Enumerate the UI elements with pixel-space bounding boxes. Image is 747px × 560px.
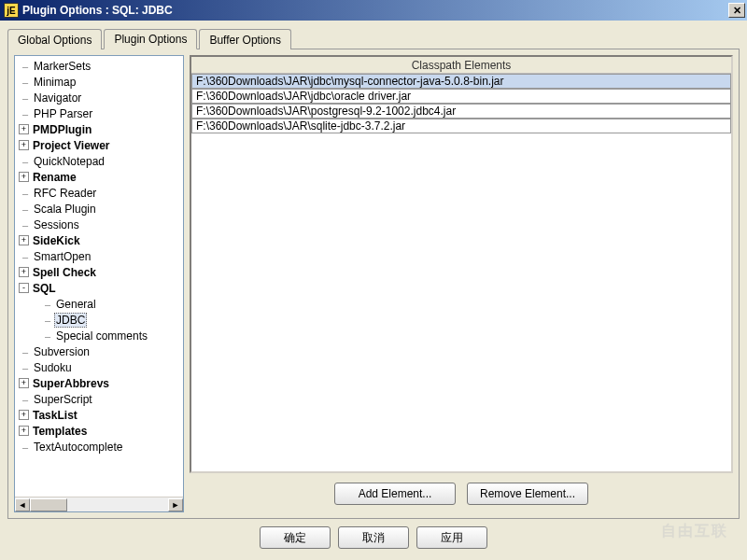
classpath-body[interactable]: F:\360Downloads\JAR\jdbc\mysql-connector… [191, 74, 731, 471]
tree-item-special-comments[interactable]: –Special comments [15, 328, 183, 343]
classpath-list: Classpath Elements F:\360Downloads\JAR\j… [190, 55, 733, 473]
tree-item-pmdplugin[interactable]: +PMDPlugin [15, 121, 183, 137]
tab-global-options[interactable]: Global Options [7, 29, 102, 49]
tree-item-label: TaskList [31, 409, 79, 422]
classpath-row[interactable]: F:\360Downloads\JAR\jdbc\oracle driver.j… [191, 89, 731, 104]
tree-item-sidekick[interactable]: +SideKick [15, 232, 183, 248]
tree-branch-icon: – [19, 219, 32, 231]
tree-item-label: Special comments [54, 329, 149, 343]
tree-item-sql[interactable]: -SQL [15, 280, 183, 296]
scroll-track[interactable] [30, 498, 168, 511]
scroll-left-arrow[interactable]: ◄ [15, 498, 30, 511]
collapse-icon[interactable]: - [19, 283, 29, 293]
add-element-button[interactable]: Add Element... [334, 483, 456, 505]
tree-branch-icon: – [19, 156, 32, 167]
tree-item-project-viewer[interactable]: +Project Viewer [15, 137, 183, 153]
tree-item-superscript[interactable]: –SuperScript [15, 391, 183, 407]
tree-item-label: QuickNotepad [32, 155, 106, 168]
tree-branch-icon: – [19, 77, 32, 88]
tree-item-label: Minimap [32, 76, 78, 89]
tree-item-label: Sessions [32, 218, 81, 231]
expand-icon[interactable]: + [19, 426, 29, 436]
tree-item-subversion[interactable]: –Subversion [15, 343, 183, 359]
tab-label: Plugin Options [114, 33, 187, 46]
right-panel: Classpath Elements F:\360Downloads\JAR\j… [190, 55, 733, 512]
ok-button[interactable]: 确定 [260, 526, 331, 549]
tree-item-general[interactable]: –General [15, 296, 183, 312]
tree-branch-icon: – [19, 394, 32, 405]
tree-item-rfc-reader[interactable]: –RFC Reader [15, 185, 183, 201]
tree-branch-icon: – [41, 315, 54, 326]
tree-branch-icon: – [19, 188, 32, 199]
tree-item-templates[interactable]: +Templates [15, 423, 183, 439]
tree-item-label: MarkerSets [32, 60, 92, 73]
tree-item-label: PMDPlugin [31, 123, 93, 136]
tree-body[interactable]: –MarkerSets–Minimap–Navigator–PHP Parser… [15, 56, 183, 497]
tree-item-php-parser[interactable]: –PHP Parser [15, 105, 183, 121]
tree-item-label: Subversion [32, 345, 92, 358]
dialog-button-row: 确定 取消 应用 [7, 519, 740, 553]
tree-item-label: SideKick [31, 234, 82, 247]
titlebar: jE Plugin Options : SQL: JDBC ✕ [0, 0, 747, 21]
tree-item-sudoku[interactable]: –Sudoku [15, 359, 183, 375]
classpath-row[interactable]: F:\360Downloads\JAR\postgresql-9.2-1002.… [191, 104, 731, 119]
tree-item-label: JDBC [54, 313, 87, 328]
expand-icon[interactable]: + [19, 267, 29, 277]
expand-icon[interactable]: + [19, 124, 29, 134]
element-button-row: Add Element... Remove Element... [190, 479, 733, 512]
tree-item-label: Templates [31, 425, 89, 438]
expand-icon[interactable]: + [19, 378, 29, 388]
tree-item-label: PHP Parser [32, 107, 94, 120]
expand-icon[interactable]: + [19, 235, 29, 245]
tree-branch-icon: – [19, 203, 32, 215]
scroll-right-arrow[interactable]: ► [168, 498, 183, 511]
tab-buffer-options[interactable]: Buffer Options [199, 29, 291, 49]
tree-item-jdbc[interactable]: –JDBC [15, 312, 183, 328]
apply-button[interactable]: 应用 [416, 526, 487, 549]
close-button[interactable]: ✕ [728, 3, 745, 18]
cancel-button[interactable]: 取消 [338, 526, 409, 549]
tree-item-rename[interactable]: +Rename [15, 169, 183, 185]
tree-branch-icon: – [19, 92, 32, 104]
tree-item-navigator[interactable]: –Navigator [15, 90, 183, 105]
classpath-header: Classpath Elements [191, 57, 731, 74]
classpath-row[interactable]: F:\360Downloads\JAR\jdbc\mysql-connector… [191, 74, 731, 89]
tree-item-markersets[interactable]: –MarkerSets [15, 58, 183, 74]
tree-branch-icon: – [41, 330, 54, 342]
tree-branch-icon: – [19, 441, 32, 453]
tree-item-spell-check[interactable]: +Spell Check [15, 264, 183, 280]
tree-branch-icon: – [19, 251, 32, 262]
tab-plugin-options[interactable]: Plugin Options [104, 29, 197, 49]
tree-branch-icon: – [19, 346, 32, 357]
tree-item-smartopen[interactable]: –SmartOpen [15, 248, 183, 264]
tree-item-label: General [54, 298, 98, 311]
app-icon: jE [4, 3, 19, 18]
scroll-thumb[interactable] [30, 498, 67, 511]
tree-item-label: Navigator [32, 91, 83, 105]
plugin-tree: –MarkerSets–Minimap–Navigator–PHP Parser… [14, 55, 184, 512]
tree-item-quicknotepad[interactable]: –QuickNotepad [15, 153, 183, 169]
tree-item-minimap[interactable]: –Minimap [15, 74, 183, 90]
tree-item-label: Scala Plugin [32, 203, 98, 216]
expand-icon[interactable]: + [19, 140, 29, 150]
tree-item-label: TextAutocomplete [32, 441, 124, 454]
tree-item-label: RFC Reader [32, 187, 98, 200]
tree-item-label: Project Viewer [31, 139, 112, 152]
tree-item-tasklist[interactable]: +TaskList [15, 407, 183, 423]
tree-hscrollbar[interactable]: ◄ ► [15, 497, 183, 511]
remove-element-button[interactable]: Remove Element... [467, 483, 588, 505]
tree-branch-icon: – [41, 299, 54, 310]
tree-item-label: SQL [31, 282, 58, 295]
classpath-row[interactable]: F:\360Downloads\JAR\sqlite-jdbc-3.7.2.ja… [191, 119, 731, 133]
tree-branch-icon: – [19, 61, 32, 72]
tree-item-superabbrevs[interactable]: +SuperAbbrevs [15, 375, 183, 391]
tree-item-textautocomplete[interactable]: –TextAutocomplete [15, 439, 183, 455]
tree-item-label: Rename [31, 171, 78, 184]
tab-row: Global Options Plugin Options Buffer Opt… [7, 28, 740, 49]
expand-icon[interactable]: + [19, 410, 29, 420]
expand-icon[interactable]: + [19, 172, 29, 182]
tab-label: Buffer Options [209, 34, 281, 47]
tree-item-sessions[interactable]: –Sessions [15, 217, 183, 232]
tree-branch-icon: – [19, 362, 32, 373]
tree-item-scala-plugin[interactable]: –Scala Plugin [15, 201, 183, 217]
